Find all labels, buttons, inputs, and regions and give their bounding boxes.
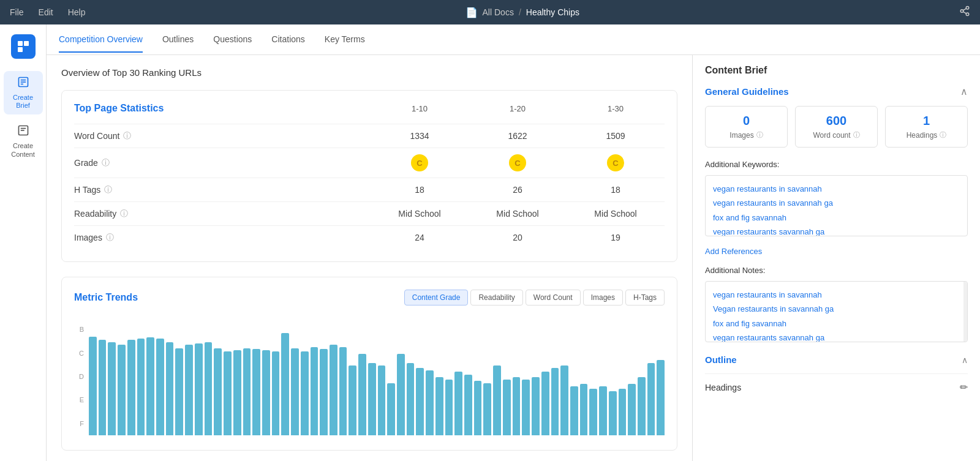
tab-citations[interactable]: Citations [271, 27, 304, 53]
col-header-1-20: 1-20 [469, 104, 567, 113]
word-count-stat-info-icon[interactable]: ⓘ [853, 130, 860, 140]
word-count-desc: Word count ⓘ [803, 130, 870, 140]
chart-bar [628, 384, 636, 435]
images-val-1: 24 [371, 233, 469, 242]
outline-headings-edit-icon[interactable]: ✏ [960, 381, 968, 393]
chart-bar [185, 345, 193, 435]
stat-label-grade: Grade ⓘ [74, 157, 371, 168]
share-button[interactable] [959, 6, 970, 19]
chart-bar [387, 383, 395, 436]
images-stat-info-icon[interactable]: ⓘ [756, 130, 763, 140]
tab-key-terms[interactable]: Key Terms [325, 27, 365, 53]
images-count: 0 [713, 114, 780, 128]
tab-competition-overview[interactable]: Competition Overview [59, 27, 143, 53]
images-info-icon[interactable]: ⓘ [106, 232, 114, 243]
chart-bar [214, 348, 222, 436]
trend-tab-readability[interactable]: Readability [470, 290, 522, 305]
sidebar-logo [11, 34, 36, 59]
chart-area: B C D E F [74, 315, 665, 438]
note-4: vegan restaurants savannah ga [713, 331, 960, 342]
chart-bar [339, 347, 347, 435]
images-val-2: 20 [469, 233, 567, 242]
chart-bar [205, 342, 213, 435]
overview-title: Overview of Top 30 Ranking URLs [61, 67, 677, 78]
chart-bar [368, 363, 376, 435]
chart-bar [89, 337, 97, 436]
stat-values-grade: C C C [371, 154, 665, 171]
stat-label-images: Images ⓘ [74, 232, 371, 243]
stat-row-images: Images ⓘ 24 20 19 [74, 225, 665, 249]
outline-header: Outline ∧ [705, 354, 968, 365]
word-count-num: 600 [803, 114, 870, 128]
chart-bar [513, 377, 521, 435]
chart-bar [291, 348, 299, 436]
grade-info-icon[interactable]: ⓘ [102, 157, 110, 168]
tab-questions[interactable]: Questions [213, 27, 252, 53]
trend-tab-content-grade[interactable]: Content Grade [404, 290, 469, 305]
add-references-link[interactable]: Add References [705, 247, 762, 256]
images-desc: Images ⓘ [713, 130, 780, 140]
word-count-info-icon[interactable]: ⓘ [123, 130, 131, 141]
right-panel-title: Content Brief [705, 65, 968, 76]
trend-tab-word-count[interactable]: Word Count [526, 290, 581, 305]
stat-row-h-tags: H Tags ⓘ 18 26 18 [74, 178, 665, 201]
grade-val-1: C [371, 154, 469, 171]
stat-row-word-count: Word Count ⓘ 1334 1622 1509 [74, 124, 665, 148]
sidebar-item-create-brief[interactable]: Create Brief [4, 71, 43, 114]
right-panel: Content Brief General Guidelines ∧ 0 Ima… [692, 55, 980, 461]
chart-bar [454, 372, 462, 436]
chart-bar [127, 340, 135, 435]
sidebar-item-create-content[interactable]: Create Content [4, 119, 43, 163]
trends-header: Metric Trends Content Grade Readability … [74, 290, 665, 305]
trends-title: Metric Trends [74, 292, 404, 303]
stat-values-h-tags: 18 26 18 [371, 185, 665, 195]
chart-bar [301, 351, 309, 435]
chart-bar [474, 381, 482, 435]
chart-bar [570, 386, 578, 435]
topbar-menu-file[interactable]: File [10, 7, 24, 17]
stats-title: Top Page Statistics [74, 103, 371, 114]
stat-values-images: 24 20 19 [371, 233, 665, 242]
note-2: Vegan restaurants in savannah ga [713, 302, 960, 316]
chart-bar [272, 351, 280, 435]
chart-bar [156, 339, 164, 435]
notes-scrollbar [963, 282, 967, 342]
readability-info-icon[interactable]: ⓘ [120, 208, 128, 219]
y-label-b: B [74, 326, 84, 333]
col-header-1-10: 1-10 [371, 104, 469, 113]
chart-bar [532, 377, 540, 435]
trend-tab-images[interactable]: Images [583, 290, 623, 305]
y-label-f: F [74, 420, 84, 427]
chart-bar [560, 365, 568, 435]
all-docs-link[interactable]: All Docs [483, 7, 514, 17]
note-1: vegan restaurants in savannah [713, 288, 960, 302]
note-3: fox and fig savannah [713, 317, 960, 331]
chart-bar [541, 372, 549, 436]
general-guidelines-chevron[interactable]: ∧ [960, 86, 968, 97]
tab-outlines[interactable]: Outlines [162, 27, 194, 53]
topbar-menu-edit[interactable]: Edit [39, 7, 53, 17]
outline-chevron[interactable]: ∧ [962, 355, 968, 365]
main-panel: Overview of Top 30 Ranking URLs Top Page… [47, 55, 692, 461]
chart-bar [224, 351, 232, 435]
topbar-menu-help[interactable]: Help [68, 7, 86, 17]
chart-bar [416, 368, 424, 435]
h-tags-info-icon[interactable]: ⓘ [104, 184, 112, 195]
headings-desc: Headings ⓘ [893, 130, 960, 140]
chart-bar [599, 386, 607, 435]
app-layout: Create Brief Create Content Competition … [0, 24, 980, 461]
chart-bar [503, 380, 511, 435]
headings-stat-info-icon[interactable]: ⓘ [940, 130, 946, 140]
svg-line-3 [963, 12, 966, 13]
keyword-2: vegan restaurants in savannah ga [713, 196, 960, 210]
chart-bar [647, 363, 655, 435]
stat-box-word-count: 600 Word count ⓘ [795, 106, 878, 148]
chart-bar [657, 360, 665, 436]
grade-val-2: C [469, 154, 567, 171]
chart-bar [580, 384, 588, 435]
create-content-icon [17, 124, 29, 140]
chart-y-labels: B C D E F [74, 315, 84, 438]
stat-values-word-count: 1334 1622 1509 [371, 131, 665, 141]
topbar-center: 📄 All Docs / Healthy Chips [100, 7, 944, 18]
trend-tab-h-tags[interactable]: H-Tags [625, 290, 665, 305]
